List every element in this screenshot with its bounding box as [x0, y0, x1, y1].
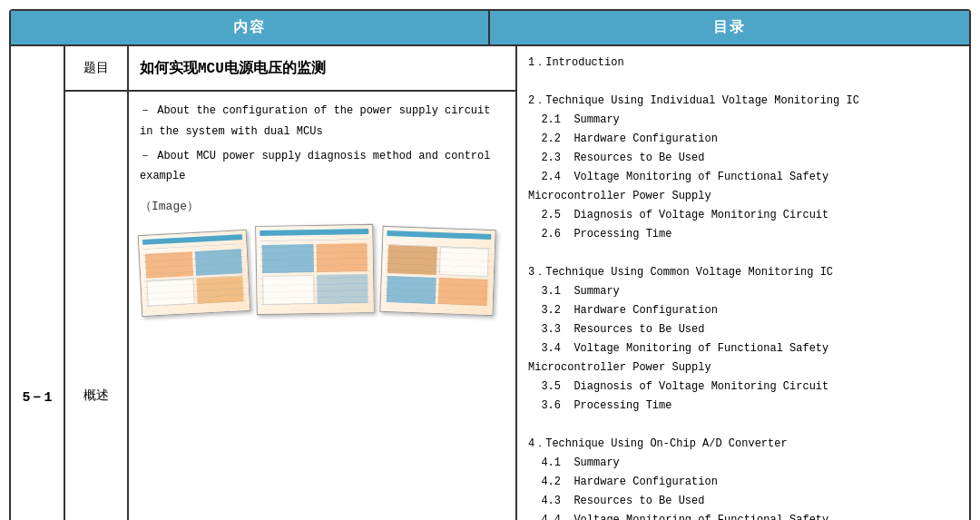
row-number-col: 5－1 — [11, 46, 65, 520]
main-container: 内容 目录 5－1 题目 如何实现MCU电源电压的监测 概述 － About t… — [9, 9, 971, 520]
doc-images — [140, 225, 505, 314]
doc-block-blue-2 — [262, 244, 314, 272]
title-row: 题目 如何实现MCU电源电压的监测 — [65, 46, 515, 92]
title-content: 如何实现MCU电源电压的监测 — [129, 46, 515, 90]
doc-block-white-1 — [146, 278, 194, 306]
doc-block-orange-4 — [387, 245, 437, 275]
doc-img-block-3 — [387, 245, 489, 306]
doc-block-orange-3 — [316, 243, 368, 271]
doc-img-inner-1 — [139, 231, 250, 316]
image-label: （Image） — [140, 196, 505, 217]
doc-image-3 — [379, 225, 495, 315]
toc-area: 1．Introduction 2．Technique Using Individ… — [517, 46, 969, 520]
row-number: 5－1 — [22, 388, 52, 406]
content-area: 题目 如何实现MCU电源电压的监测 概述 － About the configu… — [65, 46, 517, 520]
doc-block-blue-3 — [317, 273, 368, 303]
doc-image-1 — [138, 229, 251, 316]
header-toc-label: 目录 — [490, 11, 969, 44]
doc-block-white-3 — [439, 247, 489, 277]
doc-img-inner-2 — [256, 224, 374, 313]
bullet2-text: － About MCU power supply diagnosis metho… — [140, 146, 505, 188]
doc-block-blue-4 — [387, 276, 436, 304]
overview-content: － About the configuration of the power s… — [129, 92, 515, 520]
doc-block-orange-5 — [438, 278, 488, 306]
title-label: 题目 — [65, 46, 129, 90]
doc-block-orange-2 — [196, 275, 244, 303]
doc-block-orange-1 — [145, 251, 193, 278]
body-wrapper: 5－1 题目 如何实现MCU电源电压的监测 概述 － About the con… — [11, 46, 969, 520]
header-row: 内容 目录 — [11, 11, 969, 46]
overview-row: 概述 － About the configuration of the powe… — [65, 92, 515, 520]
doc-img-inner-3 — [380, 226, 495, 314]
doc-img-block-1 — [145, 249, 244, 306]
doc-block-white-2 — [262, 274, 314, 304]
overview-label: 概述 — [65, 92, 129, 520]
doc-img-block-2 — [262, 243, 368, 305]
doc-image-2 — [255, 223, 375, 314]
bullet1-text: － About the configuration of the power s… — [140, 101, 505, 142]
header-content-label: 内容 — [11, 11, 490, 44]
doc-block-blue-1 — [194, 249, 242, 275]
